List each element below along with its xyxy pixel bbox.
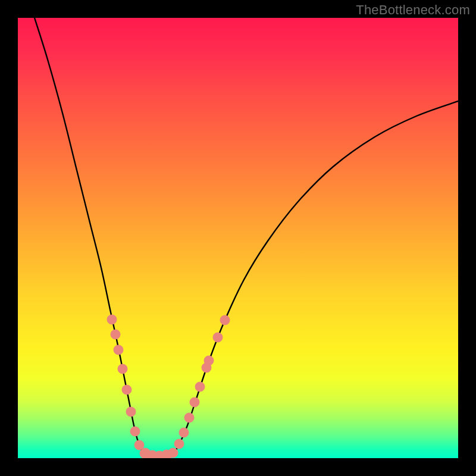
- data-marker: [122, 385, 131, 394]
- data-marker: [220, 315, 230, 325]
- data-marker: [213, 333, 223, 342]
- data-marker: [130, 427, 140, 436]
- data-marker: [195, 382, 205, 392]
- curve-svg: [18, 18, 458, 458]
- data-marker: [168, 448, 178, 458]
- data-marker: [190, 397, 199, 407]
- data-marker: [174, 439, 184, 449]
- data-marker: [179, 428, 189, 437]
- bottleneck-curve: [35, 18, 458, 456]
- data-marker: [118, 364, 127, 374]
- plot-area: [18, 18, 458, 458]
- data-marker: [111, 330, 120, 339]
- data-marker: [126, 407, 136, 416]
- watermark-text: TheBottleneck.com: [356, 2, 470, 18]
- data-markers: [107, 315, 230, 458]
- data-marker: [184, 413, 194, 422]
- chart-frame: TheBottleneck.com: [0, 0, 476, 476]
- data-marker: [114, 345, 123, 355]
- data-marker: [204, 356, 214, 365]
- data-marker: [107, 315, 117, 324]
